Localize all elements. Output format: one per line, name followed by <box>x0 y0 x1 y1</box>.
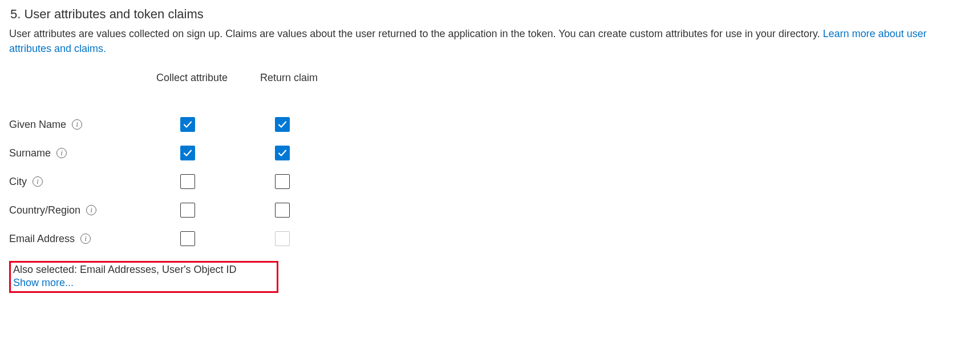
info-icon[interactable]: i <box>56 148 67 158</box>
return-claim-checkbox <box>275 231 290 246</box>
section-title: 5. User attributes and token claims <box>10 7 971 22</box>
info-icon[interactable]: i <box>33 176 43 187</box>
collect-attribute-checkbox[interactable] <box>180 146 195 160</box>
attribute-row-label: Given Namei <box>9 119 146 131</box>
attribute-row-label: Cityi <box>9 176 146 188</box>
also-selected-text: Also selected: Email Addresses, User's O… <box>13 264 274 276</box>
attribute-row-label: Country/Regioni <box>9 204 146 216</box>
attribute-row-label: Email Addressi <box>9 233 146 245</box>
info-icon[interactable]: i <box>80 234 91 244</box>
collect-attribute-checkbox[interactable] <box>180 174 195 189</box>
info-icon[interactable]: i <box>72 119 82 130</box>
collect-attribute-checkbox[interactable] <box>180 117 195 132</box>
attribute-name: Email Address <box>9 233 75 245</box>
return-claim-checkbox[interactable] <box>275 146 290 160</box>
section-description-text: User attributes are values collected on … <box>9 28 823 39</box>
column-header-collect: Collect attribute <box>146 72 228 84</box>
show-more-link[interactable]: Show more... <box>13 277 74 289</box>
collect-attribute-checkbox[interactable] <box>180 231 195 246</box>
info-icon[interactable]: i <box>86 205 96 215</box>
return-claim-checkbox[interactable] <box>275 117 290 132</box>
section-description: User attributes are values collected on … <box>9 26 971 56</box>
attribute-name: Given Name <box>9 119 66 131</box>
attribute-name: Country/Region <box>9 204 80 216</box>
return-claim-checkbox[interactable] <box>275 174 290 189</box>
attribute-name: City <box>9 176 27 188</box>
return-claim-checkbox[interactable] <box>275 203 290 218</box>
also-selected-callout: Also selected: Email Addresses, User's O… <box>9 261 278 293</box>
collect-attribute-checkbox[interactable] <box>180 203 195 218</box>
attribute-name: Surname <box>9 147 51 159</box>
column-header-return: Return claim <box>260 72 318 84</box>
attribute-row-label: Surnamei <box>9 147 146 159</box>
